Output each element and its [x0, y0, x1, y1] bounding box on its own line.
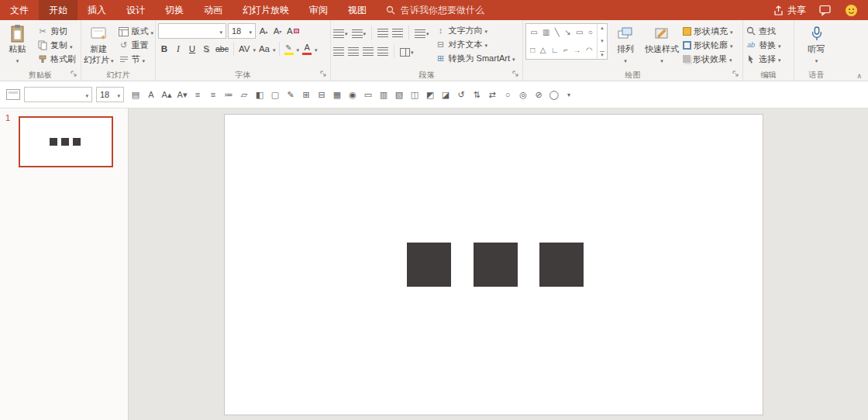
gallery-scroll-up-icon[interactable]: ▲: [600, 26, 604, 30]
align-left-icon[interactable]: ≡: [190, 86, 205, 103]
font-color-button[interactable]: A: [301, 43, 313, 56]
slide-preview-icon[interactable]: [6, 89, 20, 100]
reset-button[interactable]: 重置: [116, 39, 157, 52]
arrange-button[interactable]: 排列: [610, 23, 641, 64]
no-fill-icon[interactable]: ⊘: [531, 86, 546, 103]
copy-icon[interactable]: ⊞: [298, 86, 314, 103]
font-color-icon[interactable]: A: [143, 86, 159, 103]
change-case-button[interactable]: Aa: [257, 42, 271, 56]
paste-icon[interactable]: ⊟: [314, 86, 329, 103]
shape-outline-icon[interactable]: ▢: [267, 86, 283, 103]
bold-button[interactable]: B: [158, 42, 170, 56]
shapes-icon[interactable]: ▱: [236, 86, 252, 103]
align-text-button[interactable]: 对齐文本: [436, 38, 515, 50]
justify-button[interactable]: [377, 47, 388, 56]
tab-slideshow[interactable]: 幻灯片放映: [232, 0, 299, 20]
numbering-button[interactable]: [352, 27, 367, 38]
decrease-font-size-button[interactable]: A: [271, 24, 284, 38]
bring-forward-icon[interactable]: ◩: [422, 86, 438, 103]
tab-transitions[interactable]: 切换: [155, 0, 194, 20]
corner-shape[interactable]: ⌐: [563, 46, 568, 54]
layout-button[interactable]: 版式: [116, 25, 157, 38]
oval-shape[interactable]: ○: [588, 29, 593, 36]
slide-thumbnail-panel[interactable]: 1: [0, 108, 129, 420]
toolbar-more-commands-icon[interactable]: [567, 91, 570, 98]
drawing-dialog-launcher[interactable]: [732, 71, 740, 78]
group-objects-icon[interactable]: ◫: [407, 86, 422, 103]
columns-button[interactable]: [400, 46, 414, 57]
tab-review[interactable]: 审阅: [299, 0, 338, 20]
chart-icon[interactable]: ▧: [391, 86, 407, 103]
elbow-connector-shape[interactable]: ∟: [551, 46, 559, 54]
picture-icon[interactable]: ▦: [329, 86, 345, 103]
paste-button[interactable]: 粘贴: [2, 23, 33, 64]
text-box-shape[interactable]: ▭: [530, 29, 537, 36]
cut-button[interactable]: 剪切: [35, 25, 78, 38]
font-size-combo[interactable]: 18: [228, 23, 256, 39]
new-slide-button[interactable]: 新建 幻灯片: [84, 23, 114, 64]
oval-icon[interactable]: ○: [500, 86, 515, 103]
gallery-scroll-down-icon[interactable]: ▼: [600, 39, 604, 43]
line-spacing-button[interactable]: [415, 27, 429, 38]
slide-shape-rectangle-3[interactable]: [539, 243, 584, 287]
editing-canvas[interactable]: [129, 108, 868, 420]
table-icon[interactable]: ▥: [376, 86, 391, 103]
format-painter-button[interactable]: 格式刷: [35, 53, 78, 66]
shrink-font-icon[interactable]: A▾: [174, 86, 190, 103]
italic-button[interactable]: I: [172, 42, 184, 56]
new-slide-icon[interactable]: ▤: [128, 86, 143, 103]
decrease-indent-button[interactable]: [377, 29, 388, 37]
comments-button[interactable]: [819, 5, 832, 16]
share-button[interactable]: 共享: [773, 4, 806, 17]
rotate-icon[interactable]: ↺: [453, 86, 469, 103]
strikethrough-button[interactable]: abc: [214, 42, 230, 56]
screen-recording-icon[interactable]: ◉: [345, 86, 360, 103]
replace-button[interactable]: 替换: [746, 39, 781, 51]
tab-file[interactable]: 文件: [0, 0, 39, 20]
find-button[interactable]: 查找: [746, 25, 781, 37]
text-direction-button[interactable]: 文字方向: [436, 24, 515, 36]
feedback-smiley-button[interactable]: [845, 4, 858, 17]
dictate-button[interactable]: 听写: [799, 23, 835, 64]
format-painter-icon[interactable]: ✎: [283, 86, 298, 103]
text-box-icon[interactable]: ▭: [360, 86, 376, 103]
select-button[interactable]: 选择: [746, 53, 781, 65]
rectangle-shape[interactable]: ▭: [576, 29, 583, 36]
clear-formatting-button[interactable]: A: [285, 24, 301, 38]
arrow-line-shape[interactable]: ↘: [564, 29, 570, 36]
tab-insert[interactable]: 插入: [78, 0, 116, 20]
tab-home[interactable]: 开始: [39, 0, 78, 20]
circle-icon[interactable]: ◯: [546, 86, 562, 103]
align-right-button[interactable]: [363, 47, 374, 56]
font-name-combo[interactable]: [158, 23, 226, 39]
quick-styles-button[interactable]: 快速样式: [643, 23, 680, 64]
tab-view[interactable]: 视图: [338, 0, 377, 20]
align-center-icon[interactable]: ≡: [205, 86, 221, 103]
shape-fill-button[interactable]: 形状填充: [683, 25, 733, 37]
slide-canvas[interactable]: [224, 114, 763, 415]
text-shadow-button[interactable]: S: [200, 42, 212, 56]
shape-fill-icon[interactable]: ◧: [252, 86, 267, 103]
tab-design[interactable]: 设计: [116, 0, 155, 20]
slide-shape-rectangle-2[interactable]: [474, 243, 518, 287]
line-shape[interactable]: ╲: [555, 29, 560, 36]
text-highlight-color-button[interactable]: [283, 42, 295, 56]
donut-icon[interactable]: ◎: [515, 86, 531, 103]
convert-to-smartart-button[interactable]: 转换为 SmartArt: [436, 52, 515, 64]
distribute-icon[interactable]: ⇄: [484, 86, 500, 103]
align-left-button[interactable]: [333, 47, 344, 56]
curve-shape[interactable]: ◠: [586, 46, 593, 54]
paragraph-dialog-launcher[interactable]: [512, 71, 520, 78]
underline-button[interactable]: U: [186, 42, 198, 56]
section-button[interactable]: 节: [116, 53, 157, 66]
increase-indent-button[interactable]: [392, 29, 403, 37]
character-spacing-button[interactable]: AV: [237, 42, 252, 56]
square-shape[interactable]: □: [530, 46, 535, 54]
right-arrow-shape[interactable]: →: [574, 46, 581, 54]
shape-effects-button[interactable]: 形状效果: [683, 53, 733, 65]
tab-animations[interactable]: 动画: [194, 0, 232, 20]
tell-me-search[interactable]: 告诉我你想要做什么: [386, 0, 484, 20]
slide-shape-rectangle-1[interactable]: [407, 243, 451, 287]
copy-button[interactable]: 复制: [35, 39, 78, 52]
triangle-shape[interactable]: △: [540, 46, 546, 54]
